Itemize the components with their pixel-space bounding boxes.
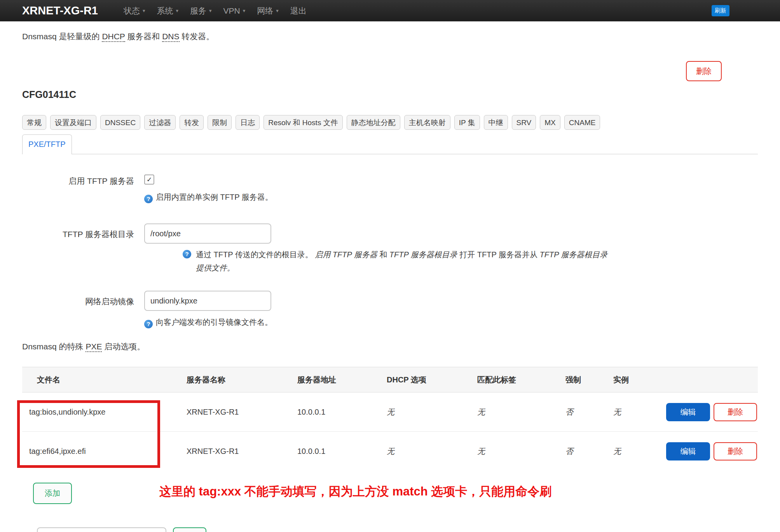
pxe-options-note: Dnsmasq 的特殊 PXE 启动选项。 (22, 341, 145, 352)
tabs-row: 常规设置及端口DNSSEC过滤器转发限制日志Resolv 和 Hosts 文件静… (22, 115, 600, 130)
boot-image-input[interactable] (144, 291, 271, 311)
page: DHCP/DNS XRNET-XG-R1 状态▾系统▾服务▾VPN▾网络▾退出 … (0, 0, 780, 532)
tab-underline (22, 154, 758, 154)
tab-log[interactable]: 日志 (236, 115, 260, 130)
table-header-cell: DHCP 选项 (380, 375, 471, 385)
tab-pxe-tftp[interactable]: PXE/TFTP (22, 134, 72, 154)
help-text: 通过 TFTP 传送的文件的根目录。 启用 TFTP 服务器 和 TFTP 服务… (196, 250, 607, 272)
section-title: CFG01411C (22, 89, 76, 100)
help-icon: ? (144, 195, 153, 203)
chevron-down-icon: ▾ (209, 8, 212, 14)
tftp-root-help: ?通过 TFTP 传送的文件的根目录。 启用 TFTP 服务器 和 TFTP 服… (183, 248, 612, 274)
nav-item-label: 状态 (124, 5, 140, 16)
text-part: Dnsmasq 的特殊 (22, 342, 86, 351)
nav-item-label: VPN (223, 6, 240, 16)
table-header-cell: 强制 (558, 375, 606, 385)
delete-section-button[interactable]: 删除 (686, 61, 722, 81)
tab-dnssec[interactable]: DNSSEC (100, 115, 140, 130)
nav-item-logout[interactable]: 退出 (290, 5, 307, 16)
row-actions: 编辑删除 (653, 403, 758, 421)
help-icon: ? (183, 250, 191, 258)
nav-item-label: 服务 (190, 5, 206, 16)
tab-mx[interactable]: MX (540, 115, 560, 130)
tab-srv[interactable]: SRV (512, 115, 536, 130)
nav-item-label: 系统 (157, 5, 173, 16)
tab-filter[interactable]: 过滤器 (144, 115, 176, 130)
tab-hostnames[interactable]: 主机名映射 (404, 115, 450, 130)
add-button[interactable]: 添加 (33, 483, 72, 504)
refresh-button[interactable]: 刷新 (712, 5, 729, 16)
page-subtitle: Dnsmasq 是轻量级的 DHCP 服务器和 DNS 转发器。 (22, 31, 214, 42)
chevron-down-icon: ▾ (276, 8, 279, 14)
text-part: 打开 TFTP 服务器并从 (457, 250, 540, 259)
nav-item-status[interactable]: 状态▾ (124, 5, 145, 16)
cell-instance: 无 (606, 407, 653, 417)
tab-general[interactable]: 常规 (22, 115, 46, 130)
text-part: Dnsmasq 是轻量级的 (22, 32, 102, 41)
edit-button[interactable]: 编辑 (666, 403, 710, 421)
brand: XRNET-XG-R1 (22, 0, 98, 21)
tftp-root-input[interactable] (144, 223, 271, 244)
boot-image-label: 网络启动镜像 (22, 296, 134, 307)
cell-match-tag: 无 (471, 446, 558, 457)
bottom-partial-button[interactable] (173, 527, 206, 532)
tab-static-leases[interactable]: 静态地址分配 (347, 115, 400, 130)
help-text: 向客户端发布的引导镜像文件名。 (156, 318, 272, 326)
text-part: PXE (86, 342, 102, 352)
nav-item-vpn[interactable]: VPN▾ (223, 6, 246, 16)
nav-item-services[interactable]: 服务▾ (190, 5, 212, 16)
checkmark-icon: ✓ (147, 176, 152, 183)
cell-force: 否 (558, 407, 606, 417)
cell-force: 否 (558, 446, 606, 457)
chevron-down-icon: ▾ (143, 8, 145, 14)
annotation-note: 这里的 tag:xxx 不能手动填写，因为上方没 match 选项卡，只能用命令… (159, 483, 551, 500)
tftp-enable-label: 启用 TFTP 服务器 (22, 176, 134, 187)
cell-dhcp-option: 无 (380, 446, 471, 457)
tftp-enable-checkbox[interactable]: ✓ (144, 174, 154, 185)
tab-relay[interactable]: 中继 (484, 115, 508, 130)
tab-resolv-hosts[interactable]: Resolv 和 Hosts 文件 (263, 115, 342, 130)
cell-server-addr: 10.0.0.1 (291, 447, 380, 456)
cell-match-tag: 无 (471, 407, 558, 417)
nav-item-label: 退出 (290, 5, 307, 16)
cell-server-name: XRNET-XG-R1 (180, 408, 291, 417)
text-part: 启动选项。 (102, 342, 145, 351)
cell-server-name: XRNET-XG-R1 (180, 447, 291, 456)
help-text: 启用内置的单实例 TFTP 服务器。 (156, 193, 273, 201)
help-icon: ? (144, 320, 153, 328)
nav-item-system[interactable]: 系统▾ (157, 5, 179, 16)
text-part: 和 (377, 250, 389, 259)
table-header-cell: 服务器名称 (180, 375, 291, 385)
table-header-cell: 文件名 (22, 375, 180, 385)
nav-menu: 状态▾系统▾服务▾VPN▾网络▾退出 (124, 0, 307, 21)
nav-item-network[interactable]: 网络▾ (257, 5, 279, 16)
text-part: 通过 TFTP 传送的文件的根目录。 (196, 250, 315, 259)
delete-button[interactable]: 删除 (714, 403, 757, 421)
bottom-partial-input[interactable] (37, 527, 166, 532)
chevron-down-icon: ▾ (243, 8, 246, 14)
text-part: TFTP 服务器根目录 (389, 250, 457, 259)
table-header-cell: 匹配此标签 (471, 375, 558, 385)
cell-instance: 无 (606, 446, 653, 457)
tab-ports[interactable]: 设置及端口 (50, 115, 96, 130)
tftp-enable-help: ?启用内置的单实例 TFTP 服务器。 (144, 192, 273, 203)
navbar: XRNET-XG-R1 状态▾系统▾服务▾VPN▾网络▾退出 刷新 (0, 0, 780, 21)
edit-button[interactable]: 编辑 (666, 442, 710, 460)
delete-button[interactable]: 删除 (714, 442, 757, 460)
tftp-root-label: TFTP 服务器根目录 (22, 229, 134, 240)
text-part: 启用 TFTP 服务器 (315, 250, 377, 259)
cell-dhcp-option: 无 (380, 407, 471, 417)
nav-item-label: 网络 (257, 5, 273, 16)
tab-forward[interactable]: 转发 (180, 115, 204, 130)
text-part: DNS (162, 32, 179, 42)
text-part: 转发器。 (180, 32, 215, 41)
chevron-down-icon: ▾ (176, 8, 179, 14)
boot-image-help: ?向客户端发布的引导镜像文件名。 (144, 317, 272, 328)
text-part: 服务器和 (125, 32, 162, 41)
tab-cname[interactable]: CNAME (564, 115, 600, 130)
tab-limits[interactable]: 限制 (208, 115, 232, 130)
cell-server-addr: 10.0.0.1 (291, 408, 380, 417)
table-header-row: 文件名服务器名称服务器地址DHCP 选项匹配此标签强制实例 (22, 367, 758, 392)
row-actions: 编辑删除 (653, 442, 758, 460)
tab-ip-sets[interactable]: IP 集 (454, 115, 480, 130)
